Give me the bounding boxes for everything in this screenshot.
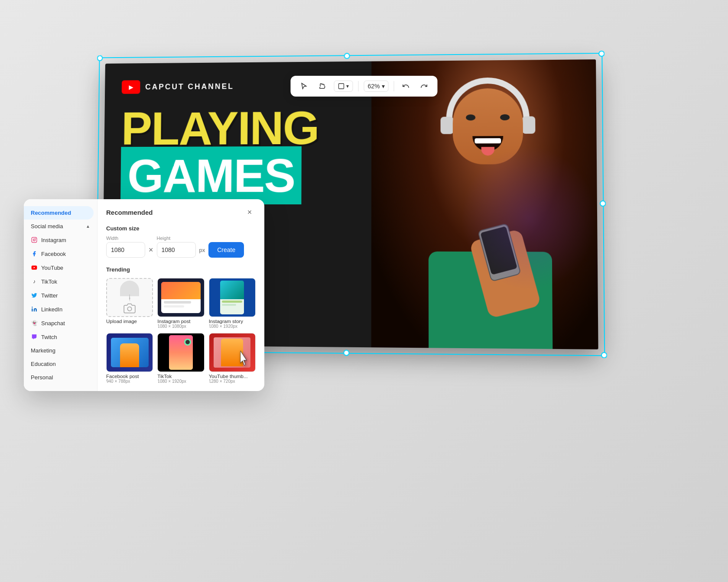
fb-post-inner — [111, 338, 149, 368]
tiktok-note-icon — [184, 339, 191, 346]
facebook-label: Facebook — [41, 251, 66, 257]
width-label: Width — [106, 236, 145, 241]
person-bg — [371, 59, 598, 349]
snapchat-icon: 👻 — [31, 320, 38, 327]
toolbar: ▾ 62% ▾ — [290, 76, 437, 97]
svg-rect-0 — [338, 84, 344, 89]
teeth — [474, 138, 501, 143]
handle-mid-right[interactable] — [600, 200, 606, 207]
sidebar-item-linkedin[interactable]: LinkedIn — [24, 302, 97, 316]
brand-logo-icon — [122, 80, 140, 94]
instagram-post-inner — [161, 282, 200, 313]
custom-size-inputs: Width × Height px Create — [106, 235, 256, 258]
svg-point-6 — [32, 307, 32, 307]
ambient-light — [461, 146, 598, 291]
headphone-right-cup — [522, 116, 535, 134]
ig-post-line2 — [164, 305, 184, 307]
handle-top-left[interactable] — [97, 55, 103, 61]
linkedin-label: LinkedIn — [41, 306, 62, 313]
facebook-post-size: 940 × 788px — [106, 379, 153, 384]
height-label: Height — [157, 236, 196, 241]
zoom-control[interactable]: 62% ▾ — [364, 81, 388, 92]
twitter-label: Twitter — [41, 292, 58, 299]
facebook-post-name: Facebook post — [106, 374, 153, 379]
youtube-thumb-thumbnail — [209, 333, 256, 372]
cloud-shape: ↑ — [120, 281, 139, 296]
story-line1 — [222, 301, 242, 303]
trending-label: Trending — [106, 266, 256, 273]
sidebar-item-twitter[interactable]: Twitter — [24, 288, 97, 302]
sidebar-item-instagram[interactable]: Instagram — [24, 233, 97, 247]
width-input[interactable] — [106, 242, 145, 258]
cursor-overlay-icon — [238, 351, 252, 369]
svg-point-2 — [33, 239, 36, 241]
trending-item-facebook-post[interactable]: Facebook post 940 × 788px — [106, 333, 153, 384]
sidebar-item-recommended[interactable]: Recommended — [24, 206, 94, 220]
trending-grid: ↑ Upload image — [106, 278, 256, 384]
story-inner — [220, 281, 244, 314]
sidebar-item-twitch[interactable]: Twitch — [24, 330, 97, 344]
toolbar-divider-1 — [358, 81, 358, 91]
instagram-icon — [31, 236, 38, 243]
trending-item-instagram-story[interactable]: Instagram story 1080 × 1920px — [209, 278, 256, 329]
sidebar-item-personal[interactable]: Personal — [24, 371, 97, 384]
design-right-panel — [371, 59, 598, 349]
sidebar-item-marketing[interactable]: Marketing — [24, 344, 97, 357]
recommended-label: Recommended — [31, 210, 71, 216]
personal-label: Personal — [31, 374, 53, 381]
svg-point-9 — [127, 307, 131, 311]
social-media-label: Social media — [31, 223, 63, 230]
trending-item-tiktok[interactable]: TikTok 1080 × 1920px — [157, 333, 204, 384]
sidebar-section-social-media[interactable]: Social media ▲ — [24, 220, 97, 233]
linkedin-icon — [31, 306, 38, 313]
height-input-group: Height — [157, 236, 196, 258]
twitch-label: Twitch — [41, 334, 57, 340]
create-button[interactable]: Create — [208, 242, 244, 258]
handle-bottom-right[interactable] — [601, 352, 608, 359]
education-label: Education — [31, 361, 56, 367]
redo-button[interactable] — [418, 80, 431, 93]
ig-post-img — [161, 282, 200, 299]
svg-rect-5 — [32, 308, 32, 311]
hand-tool-button[interactable] — [315, 80, 328, 93]
sidebar-item-tiktok[interactable]: ♪ TikTok — [24, 275, 97, 288]
cursor-tool-button[interactable] — [297, 80, 310, 93]
upload-thumbnail: ↑ — [106, 278, 153, 317]
svg-rect-1 — [32, 237, 37, 242]
handle-top-right[interactable] — [598, 51, 604, 57]
undo-button[interactable] — [400, 80, 413, 93]
sidebar-item-education[interactable]: Education — [24, 357, 97, 371]
person-photo — [371, 59, 598, 349]
popup-content: Recommended × Custom size Width × Height — [98, 199, 264, 391]
trending-item-youtube-thumb[interactable]: YouTube thumb... 1280 × 720px — [209, 333, 256, 384]
size-separator: × — [149, 246, 153, 255]
sidebar-item-youtube[interactable]: YouTube — [24, 261, 97, 275]
facebook-icon — [31, 250, 38, 257]
instagram-post-name: Instagram post — [157, 319, 204, 324]
instagram-story-size: 1080 × 1920px — [209, 324, 256, 329]
headline-playing: PLAYING — [121, 105, 354, 151]
twitch-icon — [31, 333, 38, 340]
trending-item-instagram-post[interactable]: Instagram post 1080 × 1080px — [157, 278, 204, 329]
popup-panel: Recommended Social media ▲ Instagram — [24, 199, 264, 391]
trending-item-upload[interactable]: ↑ Upload image — [106, 278, 153, 329]
frame-tool-group[interactable]: ▾ — [334, 81, 353, 92]
tiktok-label: TikTok — [41, 278, 57, 285]
tiktok-name: TikTok — [157, 374, 204, 379]
handle-top-mid[interactable] — [344, 53, 350, 59]
instagram-post-size: 1080 × 1080px — [157, 324, 204, 329]
brand-name-text: CAPCUT CHANNEL — [145, 82, 234, 91]
popup-title: Recommended — [106, 209, 153, 216]
youtube-label: YouTube — [41, 265, 63, 271]
handle-bottom-mid[interactable] — [343, 350, 349, 356]
sidebar-item-snapchat[interactable]: 👻 Snapchat — [24, 316, 97, 330]
height-input[interactable] — [157, 242, 196, 258]
story-text — [220, 299, 244, 314]
sidebar-item-facebook[interactable]: Facebook — [24, 247, 97, 261]
upload-arrow-head: ↑ — [128, 295, 131, 302]
instagram-story-thumbnail — [209, 278, 256, 317]
story-line2 — [222, 304, 236, 306]
ig-post-text-area — [161, 299, 200, 313]
toolbar-divider-2 — [394, 81, 394, 91]
popup-close-button[interactable]: × — [244, 206, 256, 218]
